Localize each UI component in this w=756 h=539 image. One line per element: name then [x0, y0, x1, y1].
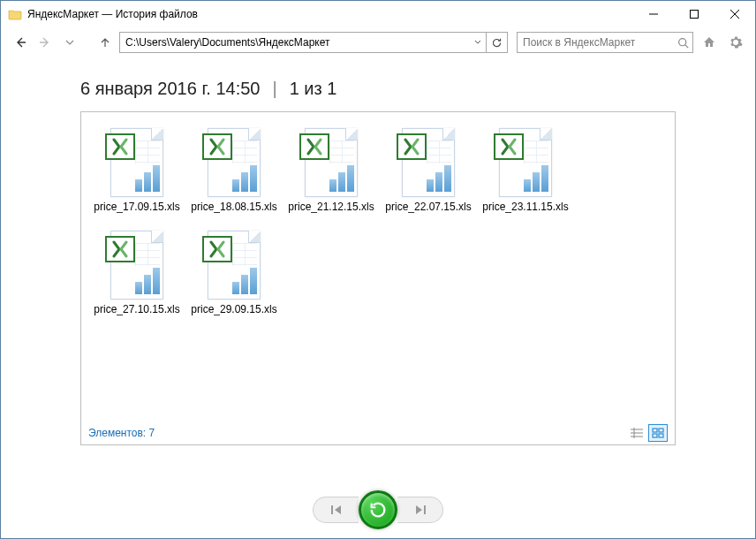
file-item[interactable]: price_18.08.15.xls — [185, 125, 283, 213]
search-input[interactable] — [518, 36, 673, 49]
next-version-button[interactable] — [397, 497, 443, 523]
previous-version-button[interactable] — [313, 497, 359, 523]
svg-rect-11 — [659, 429, 663, 432]
history-dropdown-button[interactable] — [59, 32, 80, 53]
address-bar — [119, 32, 508, 53]
status-bar: Элементов: 7 — [81, 421, 675, 444]
file-grid: price_17.09.15.xls price_18.08.15.xls — [81, 112, 675, 421]
file-item[interactable]: price_22.07.15.xls — [380, 125, 477, 213]
file-name: price_22.07.15.xls — [380, 201, 477, 213]
forward-button[interactable] — [34, 32, 56, 53]
up-button[interactable] — [94, 32, 116, 53]
back-button[interactable] — [10, 32, 31, 53]
svg-rect-12 — [653, 434, 657, 437]
file-item[interactable]: price_27.10.15.xls — [88, 227, 185, 315]
restore-button[interactable] — [359, 490, 397, 529]
view-icons-button[interactable] — [648, 424, 668, 442]
file-panel: price_17.09.15.xls price_18.08.15.xls — [80, 111, 676, 445]
xls-file-icon — [103, 125, 170, 197]
file-name: price_23.11.15.xls — [477, 201, 574, 213]
svg-rect-15 — [424, 505, 426, 514]
svg-point-4 — [678, 38, 685, 45]
file-name: price_21.12.15.xls — [283, 201, 380, 213]
window-controls — [633, 1, 755, 27]
xls-file-icon — [492, 125, 559, 197]
xls-file-icon — [200, 125, 268, 197]
window-title: ЯндексМаркет — История файлов — [27, 8, 198, 20]
xls-file-icon — [103, 227, 170, 300]
version-header: 6 января 2016 г. 14:50 | 1 из 1 — [1, 57, 755, 106]
svg-line-5 — [684, 44, 687, 47]
file-item[interactable]: price_23.11.15.xls — [477, 125, 574, 213]
version-timestamp: 6 января 2016 г. 14:50 — [80, 79, 260, 99]
svg-rect-13 — [659, 434, 663, 437]
file-name: price_17.09.15.xls — [88, 201, 185, 213]
home-button[interactable] — [699, 32, 720, 53]
toolbar — [1, 27, 755, 57]
file-item[interactable]: price_21.12.15.xls — [283, 125, 380, 213]
folder-icon — [8, 7, 22, 21]
minimize-button[interactable] — [633, 1, 674, 27]
file-item[interactable]: price_17.09.15.xls — [88, 125, 185, 213]
titlebar: ЯндексМаркет — История файлов — [1, 1, 755, 27]
address-input[interactable] — [120, 33, 470, 52]
file-item[interactable]: price_29.09.15.xls — [185, 227, 283, 315]
xls-file-icon — [298, 125, 365, 197]
item-count: Элементов: 7 — [88, 427, 155, 439]
settings-button[interactable] — [725, 32, 746, 53]
svg-rect-1 — [691, 11, 699, 19]
file-name: price_18.08.15.xls — [185, 201, 283, 213]
search-bar — [517, 32, 693, 53]
xls-file-icon — [200, 227, 268, 300]
file-name: price_29.09.15.xls — [185, 303, 283, 315]
view-details-button[interactable] — [627, 424, 646, 442]
header-separator: | — [272, 79, 276, 99]
maximize-button[interactable] — [674, 1, 714, 27]
svg-rect-14 — [331, 505, 333, 514]
xls-file-icon — [395, 125, 462, 197]
close-button[interactable] — [714, 1, 755, 27]
svg-rect-10 — [653, 429, 657, 432]
refresh-button[interactable] — [486, 33, 507, 52]
playback-controls — [1, 490, 755, 529]
version-pager: 1 из 1 — [290, 79, 337, 99]
file-name: price_27.10.15.xls — [88, 303, 185, 315]
search-icon[interactable] — [673, 37, 692, 49]
address-dropdown-button[interactable] — [470, 33, 486, 52]
